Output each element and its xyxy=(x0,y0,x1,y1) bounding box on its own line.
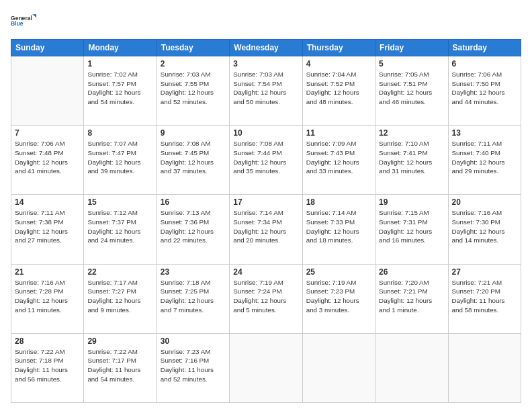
calendar-cell: 18Sunrise: 7:14 AMSunset: 7:33 PMDayligh… xyxy=(302,195,375,264)
day-info: Sunrise: 7:18 AMSunset: 7:25 PMDaylight:… xyxy=(161,278,226,315)
calendar-cell: 25Sunrise: 7:19 AMSunset: 7:23 PMDayligh… xyxy=(302,264,375,333)
calendar-cell: 26Sunrise: 7:20 AMSunset: 7:21 PMDayligh… xyxy=(375,264,448,333)
calendar-cell: 3Sunrise: 7:03 AMSunset: 7:54 PMDaylight… xyxy=(230,56,302,126)
calendar-cell: 13Sunrise: 7:11 AMSunset: 7:40 PMDayligh… xyxy=(448,126,521,195)
day-number: 22 xyxy=(87,267,152,277)
day-info: Sunrise: 7:03 AMSunset: 7:55 PMDaylight:… xyxy=(161,70,226,107)
day-number: 30 xyxy=(161,336,226,346)
day-number: 16 xyxy=(161,197,226,207)
day-info: Sunrise: 7:08 AMSunset: 7:44 PMDaylight:… xyxy=(233,139,298,176)
header-thursday: Thursday xyxy=(302,40,375,56)
calendar-header-row: SundayMondayTuesdayWednesdayThursdayFrid… xyxy=(11,40,521,56)
day-number: 11 xyxy=(306,128,371,138)
calendar-cell: 7Sunrise: 7:06 AMSunset: 7:48 PMDaylight… xyxy=(11,126,84,195)
day-number: 15 xyxy=(87,197,152,207)
day-info: Sunrise: 7:21 AMSunset: 7:20 PMDaylight:… xyxy=(452,278,517,315)
day-info: Sunrise: 7:05 AMSunset: 7:51 PMDaylight:… xyxy=(379,70,444,107)
day-number: 27 xyxy=(452,267,517,277)
day-number: 8 xyxy=(87,128,152,138)
day-info: Sunrise: 7:15 AMSunset: 7:31 PMDaylight:… xyxy=(379,208,444,245)
header-tuesday: Tuesday xyxy=(157,40,229,56)
day-number: 1 xyxy=(87,59,152,68)
day-info: Sunrise: 7:22 AMSunset: 7:18 PMDaylight:… xyxy=(15,347,80,384)
calendar-cell: 23Sunrise: 7:18 AMSunset: 7:25 PMDayligh… xyxy=(157,264,229,333)
day-number: 26 xyxy=(379,267,444,277)
calendar-table: SundayMondayTuesdayWednesdayThursdayFrid… xyxy=(11,39,521,403)
day-number: 25 xyxy=(306,267,371,277)
calendar-cell: 17Sunrise: 7:14 AMSunset: 7:34 PMDayligh… xyxy=(230,195,302,264)
calendar-cell: 5Sunrise: 7:05 AMSunset: 7:51 PMDaylight… xyxy=(375,56,448,126)
day-number: 21 xyxy=(15,267,80,277)
logo-svg: General Blue xyxy=(11,8,36,34)
day-info: Sunrise: 7:14 AMSunset: 7:33 PMDaylight:… xyxy=(306,208,371,245)
day-info: Sunrise: 7:17 AMSunset: 7:27 PMDaylight:… xyxy=(87,278,152,315)
calendar-cell: 29Sunrise: 7:22 AMSunset: 7:17 PMDayligh… xyxy=(84,333,157,402)
day-info: Sunrise: 7:22 AMSunset: 7:17 PMDaylight:… xyxy=(87,347,152,384)
day-number: 14 xyxy=(15,197,80,207)
day-info: Sunrise: 7:19 AMSunset: 7:23 PMDaylight:… xyxy=(306,278,371,315)
day-info: Sunrise: 7:19 AMSunset: 7:24 PMDaylight:… xyxy=(233,278,298,315)
week-row-4: 21Sunrise: 7:16 AMSunset: 7:28 PMDayligh… xyxy=(11,264,521,333)
calendar-cell: 27Sunrise: 7:21 AMSunset: 7:20 PMDayligh… xyxy=(448,264,521,333)
day-info: Sunrise: 7:11 AMSunset: 7:38 PMDaylight:… xyxy=(15,208,80,245)
logo: General Blue xyxy=(11,8,36,34)
day-info: Sunrise: 7:04 AMSunset: 7:52 PMDaylight:… xyxy=(306,70,371,107)
day-info: Sunrise: 7:10 AMSunset: 7:41 PMDaylight:… xyxy=(379,139,444,176)
calendar-cell xyxy=(302,333,375,402)
day-info: Sunrise: 7:06 AMSunset: 7:50 PMDaylight:… xyxy=(452,70,517,107)
day-number: 2 xyxy=(161,59,226,68)
day-number: 6 xyxy=(452,59,517,68)
day-number: 23 xyxy=(161,267,226,277)
day-number: 28 xyxy=(15,336,80,346)
day-info: Sunrise: 7:12 AMSunset: 7:37 PMDaylight:… xyxy=(87,208,152,245)
calendar-cell: 9Sunrise: 7:08 AMSunset: 7:45 PMDaylight… xyxy=(157,126,229,195)
calendar-cell xyxy=(375,333,448,402)
calendar-cell: 22Sunrise: 7:17 AMSunset: 7:27 PMDayligh… xyxy=(84,264,157,333)
calendar-cell: 28Sunrise: 7:22 AMSunset: 7:18 PMDayligh… xyxy=(11,333,84,402)
calendar-cell: 14Sunrise: 7:11 AMSunset: 7:38 PMDayligh… xyxy=(11,195,84,264)
svg-text:Blue: Blue xyxy=(11,20,24,27)
calendar-cell: 21Sunrise: 7:16 AMSunset: 7:28 PMDayligh… xyxy=(11,264,84,333)
calendar-cell xyxy=(448,333,521,402)
calendar-cell: 6Sunrise: 7:06 AMSunset: 7:50 PMDaylight… xyxy=(448,56,521,126)
day-number: 5 xyxy=(379,59,444,68)
day-info: Sunrise: 7:03 AMSunset: 7:54 PMDaylight:… xyxy=(233,70,298,107)
day-number: 29 xyxy=(87,336,152,346)
calendar-cell: 4Sunrise: 7:04 AMSunset: 7:52 PMDaylight… xyxy=(302,56,375,126)
day-number: 24 xyxy=(233,267,298,277)
calendar-cell: 16Sunrise: 7:13 AMSunset: 7:36 PMDayligh… xyxy=(157,195,229,264)
day-number: 13 xyxy=(452,128,517,138)
calendar-cell: 15Sunrise: 7:12 AMSunset: 7:37 PMDayligh… xyxy=(84,195,157,264)
calendar-cell xyxy=(230,333,302,402)
header-sunday: Sunday xyxy=(11,40,84,56)
calendar-cell: 8Sunrise: 7:07 AMSunset: 7:47 PMDaylight… xyxy=(84,126,157,195)
calendar-cell: 20Sunrise: 7:16 AMSunset: 7:30 PMDayligh… xyxy=(448,195,521,264)
calendar-cell: 10Sunrise: 7:08 AMSunset: 7:44 PMDayligh… xyxy=(230,126,302,195)
day-info: Sunrise: 7:16 AMSunset: 7:28 PMDaylight:… xyxy=(15,278,80,315)
calendar-cell: 19Sunrise: 7:15 AMSunset: 7:31 PMDayligh… xyxy=(375,195,448,264)
week-row-1: 1Sunrise: 7:02 AMSunset: 7:57 PMDaylight… xyxy=(11,56,521,126)
day-info: Sunrise: 7:02 AMSunset: 7:57 PMDaylight:… xyxy=(87,70,152,107)
calendar-cell: 12Sunrise: 7:10 AMSunset: 7:41 PMDayligh… xyxy=(375,126,448,195)
header-saturday: Saturday xyxy=(448,40,521,56)
header-monday: Monday xyxy=(84,40,157,56)
header-friday: Friday xyxy=(375,40,448,56)
day-number: 10 xyxy=(233,128,298,138)
day-number: 17 xyxy=(233,197,298,207)
day-info: Sunrise: 7:08 AMSunset: 7:45 PMDaylight:… xyxy=(161,139,226,176)
week-row-3: 14Sunrise: 7:11 AMSunset: 7:38 PMDayligh… xyxy=(11,195,521,264)
calendar-cell: 1Sunrise: 7:02 AMSunset: 7:57 PMDaylight… xyxy=(84,56,157,126)
day-info: Sunrise: 7:14 AMSunset: 7:34 PMDaylight:… xyxy=(233,208,298,245)
day-info: Sunrise: 7:11 AMSunset: 7:40 PMDaylight:… xyxy=(452,139,517,176)
day-number: 7 xyxy=(15,128,80,138)
calendar-cell: 2Sunrise: 7:03 AMSunset: 7:55 PMDaylight… xyxy=(157,56,229,126)
header-wednesday: Wednesday xyxy=(230,40,302,56)
day-number: 12 xyxy=(379,128,444,138)
day-info: Sunrise: 7:20 AMSunset: 7:21 PMDaylight:… xyxy=(379,278,444,315)
day-number: 20 xyxy=(452,197,517,207)
day-info: Sunrise: 7:23 AMSunset: 7:16 PMDaylight:… xyxy=(161,347,226,384)
day-info: Sunrise: 7:16 AMSunset: 7:30 PMDaylight:… xyxy=(452,208,517,245)
week-row-5: 28Sunrise: 7:22 AMSunset: 7:18 PMDayligh… xyxy=(11,333,521,402)
day-info: Sunrise: 7:13 AMSunset: 7:36 PMDaylight:… xyxy=(161,208,226,245)
calendar-cell: 24Sunrise: 7:19 AMSunset: 7:24 PMDayligh… xyxy=(230,264,302,333)
